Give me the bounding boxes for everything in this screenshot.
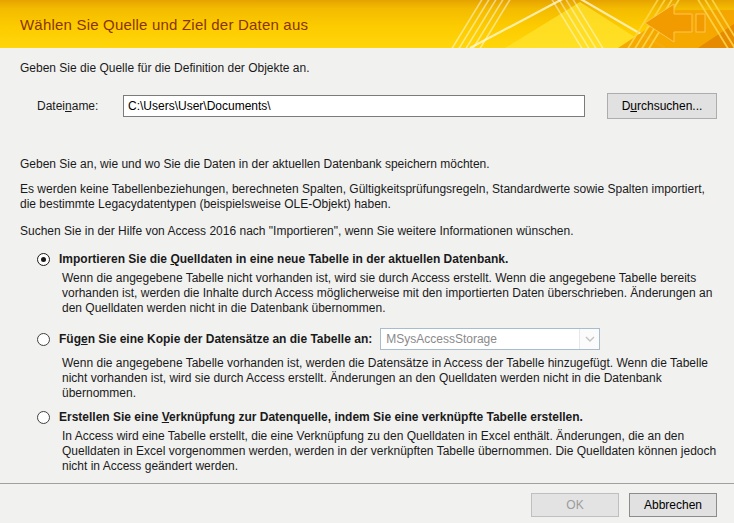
import-limitations-note: Es werden keine Tabellenbeziehungen, ber… — [20, 182, 720, 212]
ok-button[interactable]: OK — [531, 493, 619, 517]
option-link-radio[interactable] — [37, 411, 50, 424]
option-append-description: Wenn die angegebene Tabelle vorhanden is… — [62, 356, 724, 401]
cancel-button[interactable]: Abbrechen — [629, 493, 717, 517]
footer-buttons: OK Abbrechen — [0, 484, 734, 517]
import-wizard-dialog: Wählen Sie Quelle und Ziel der Daten aus… — [0, 0, 734, 523]
filename-row: Dateiname: Durchsuchen... — [37, 93, 717, 119]
filename-label: Dateiname: — [37, 99, 123, 113]
option-append-table: Fügen Sie eine Kopie der Datensätze an d… — [37, 328, 717, 401]
destination-instruction: Geben Sie an, wie und wo Sie die Daten i… — [20, 157, 717, 172]
option-append-label[interactable]: Fügen Sie eine Kopie der Datensätze an d… — [59, 332, 372, 346]
source-instruction: Geben Sie die Quelle für die Definition … — [20, 61, 717, 76]
option-import-label[interactable]: Importieren Sie die Quelldaten in eine n… — [59, 252, 508, 266]
dialog-header-banner: Wählen Sie Quelle und Ziel der Daten aus — [0, 0, 734, 48]
append-table-select[interactable]: MSysAccessStorage — [380, 328, 600, 350]
filename-input[interactable] — [123, 95, 585, 117]
option-import-new-table: Importieren Sie die Quelldaten in eine n… — [37, 252, 717, 316]
chevron-down-icon — [579, 329, 599, 349]
option-import-radio[interactable] — [37, 253, 50, 266]
help-hint: Suchen Sie in der Hilfe von Access 2016 … — [20, 224, 717, 239]
option-import-description: Wenn die angegebene Tabelle nicht vorhan… — [62, 271, 724, 316]
browse-button[interactable]: Durchsuchen... — [607, 93, 717, 119]
option-link-description: In Access wird eine Tabelle erstellt, di… — [62, 429, 724, 474]
option-link-table: Erstellen Sie eine Verknüpfung zur Daten… — [37, 410, 717, 474]
append-table-selected-value: MSysAccessStorage — [381, 332, 579, 346]
dialog-title: Wählen Sie Quelle und Ziel der Daten aus — [20, 16, 308, 33]
option-link-label[interactable]: Erstellen Sie eine Verknüpfung zur Daten… — [59, 410, 583, 424]
option-append-radio[interactable] — [37, 333, 50, 346]
